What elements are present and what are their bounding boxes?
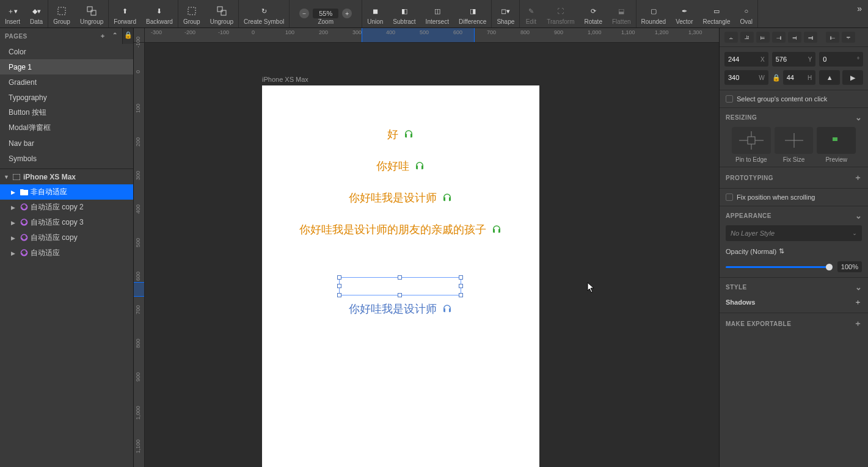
select-group-content-checkbox[interactable]: Select group's content on click [720, 90, 868, 108]
preview-option[interactable]: Preview [817, 127, 856, 167]
canvas-text-row-1[interactable]: 你好哇 [262, 159, 539, 173]
w-input[interactable] [728, 74, 759, 81]
flatten-tool[interactable]: ⬓Flatten [607, 0, 636, 27]
align-bottom-button[interactable]: ⫥ [804, 32, 817, 43]
page-item-0[interactable]: Color [0, 44, 133, 59]
slider-knob[interactable] [826, 264, 833, 270]
collapse-pages-button[interactable]: ⌃ [112, 32, 118, 40]
chevron-down-icon[interactable]: ▼ [4, 174, 10, 180]
flip-v-button[interactable]: ▶ [842, 70, 863, 85]
layer-row-0[interactable]: ▶非自动适应 [0, 184, 133, 200]
chevron-right-icon[interactable]: ▶ [11, 189, 17, 195]
fix-size-option[interactable]: Fix Size [775, 127, 814, 167]
selection-handle-ne[interactable] [459, 275, 463, 280]
x-input[interactable] [728, 56, 760, 63]
selection-outline[interactable] [339, 277, 461, 295]
rounded-tool[interactable]: ▢Rounded [636, 0, 671, 27]
vertical-ruler[interactable]: -10001002003004005006007008009001,0001,1… [134, 43, 145, 467]
pin-to-edge-option[interactable]: Pin to Edge [732, 127, 771, 167]
ungroup-tool[interactable]: Ungroup [75, 0, 108, 27]
collapse-resizing-button[interactable]: ⌄ [855, 113, 863, 122]
artboard-title[interactable]: iPhone XS Max [262, 76, 308, 83]
selection-handle-nw[interactable] [337, 275, 341, 280]
forward-tool[interactable]: ⬆ Forward [109, 0, 141, 27]
align-left-button[interactable]: ⫠ [724, 32, 738, 43]
page-item-5[interactable]: Modal弹窗框 [0, 120, 133, 136]
rotation-field[interactable]: ° [819, 52, 863, 67]
align-vcenter-button[interactable]: ⫤ [788, 32, 801, 43]
create-symbol-tool[interactable]: ↻ Create Symbol [239, 0, 289, 27]
y-input[interactable] [776, 56, 808, 63]
selection-handle-se[interactable] [459, 293, 463, 297]
align-hcenter-button[interactable]: ⫡ [740, 32, 754, 43]
w-field[interactable]: W [724, 70, 768, 85]
layer-row-4[interactable]: ▶自动适应 [0, 245, 133, 261]
canvas-text-row-3[interactable]: 你好哇我是设计师的朋友的亲戚的孩子 [262, 222, 539, 237]
vector-tool[interactable]: ✒Vector [671, 0, 698, 27]
rectangle-tool[interactable]: ▭Rectangle [698, 0, 735, 27]
artboard-row[interactable]: ▼ iPhone XS Max [0, 169, 133, 184]
selected-text-row[interactable]: 你好哇我是设计师 [349, 302, 453, 316]
selection-handle-s[interactable] [398, 293, 402, 297]
h-field[interactable]: H [783, 70, 816, 85]
collapse-style-button[interactable]: ⌄ [855, 283, 863, 292]
page-item-6[interactable]: Nav bar [0, 136, 133, 151]
canvas-text-row-2[interactable]: 你好哇我是设计师 [262, 190, 539, 205]
fix-position-checkbox[interactable]: Fix position when scrolling [720, 189, 868, 206]
group-tool[interactable]: Group [48, 0, 75, 27]
page-item-2[interactable]: Gradient [0, 74, 133, 90]
rotation-input[interactable] [823, 56, 857, 63]
add-prototyping-button[interactable]: ＋ [854, 172, 863, 183]
lock-icon[interactable]: 🔒 [123, 28, 133, 39]
chevron-right-icon[interactable]: ▶ [11, 205, 17, 211]
align-right-button[interactable]: ⫢ [756, 32, 770, 43]
oval-tool[interactable]: ○Oval [735, 0, 758, 27]
page-item-3[interactable]: Typography [0, 90, 133, 105]
chevron-right-icon[interactable]: ▶ [11, 220, 17, 226]
selection-handle-w[interactable] [337, 284, 341, 288]
lock-aspect-icon[interactable]: 🔒 [772, 74, 781, 82]
selection-handle-n[interactable] [398, 275, 402, 280]
h-input[interactable] [787, 74, 808, 81]
shape-tool[interactable]: ◻▾Shape [492, 0, 519, 27]
insert-tool[interactable]: ＋▾ Insert [0, 0, 25, 27]
layer-row-2[interactable]: ▶自动适应 copy 3 [0, 215, 133, 230]
canvas[interactable]: -300-200-1000100200300400500600700800900… [134, 28, 719, 467]
zoom-in-button[interactable]: + [342, 9, 352, 18]
edit-tool[interactable]: ✎Edit [520, 0, 542, 27]
layer-row-3[interactable]: ▶自动适应 copy [0, 230, 133, 245]
distribute-v-button[interactable]: ⫧ [842, 32, 855, 43]
subtract-tool[interactable]: ◧Subtract [388, 0, 420, 27]
align-top-button[interactable]: ⫣ [772, 32, 786, 43]
data-tool[interactable]: ◆▾ Data [25, 0, 48, 27]
transform-tool[interactable]: ⛶Transform [542, 0, 579, 27]
distribute-h-button[interactable]: ⫦ [826, 32, 839, 43]
add-shadow-button[interactable]: ＋ [854, 297, 862, 308]
chevron-right-icon[interactable]: ▶ [11, 250, 17, 256]
zoom-tool[interactable]: − 55% + Zoom [290, 0, 362, 27]
canvas-text-row-0[interactable]: 好 [262, 127, 539, 142]
page-item-7[interactable]: Symbols [0, 151, 133, 166]
ungroup2-tool[interactable]: Ungroup [205, 0, 238, 27]
page-item-1[interactable]: Page 1 [0, 59, 133, 74]
union-tool[interactable]: ◼Union [362, 0, 388, 27]
flip-h-button[interactable]: ▲ [819, 70, 840, 85]
rotate-tool[interactable]: ⟳Rotate [580, 0, 607, 27]
y-field[interactable]: Y [772, 52, 816, 67]
chevron-right-icon[interactable]: ▶ [11, 235, 17, 241]
opacity-value[interactable]: 100% [837, 261, 862, 272]
add-page-button[interactable]: ＋ [100, 32, 106, 40]
horizontal-ruler[interactable]: -300-200-1000100200300400500600700800900… [145, 28, 719, 43]
difference-tool[interactable]: ◨Difference [454, 0, 491, 27]
page-item-4[interactable]: Button 按钮 [0, 105, 133, 120]
intersect-tool[interactable]: ◫Intersect [421, 0, 454, 27]
selection-handle-sw[interactable] [337, 293, 341, 297]
opacity-slider[interactable] [726, 266, 833, 268]
x-field[interactable]: X [724, 52, 768, 67]
layer-row-1[interactable]: ▶自动适应 copy 2 [0, 200, 133, 215]
selection-handle-e[interactable] [459, 284, 463, 288]
layer-style-dropdown[interactable]: No Layer Style ⌄ [726, 225, 862, 241]
opacity-mode-dropdown[interactable]: Opacity (Normal) ⇅ [726, 247, 784, 255]
zoom-out-button[interactable]: − [299, 9, 309, 18]
add-export-button[interactable]: ＋ [854, 318, 863, 329]
